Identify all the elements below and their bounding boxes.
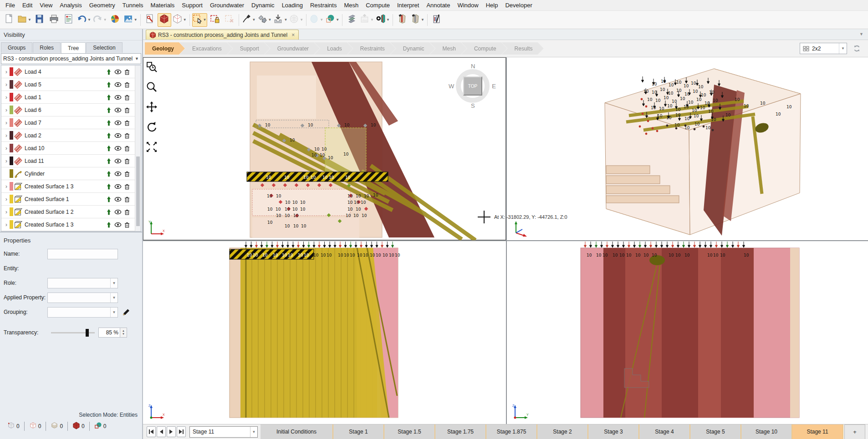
show-arrow-icon[interactable] (105, 132, 112, 139)
surface-tool-button[interactable]: ▼ (325, 13, 340, 27)
menu-view[interactable]: View (36, 0, 56, 10)
tree-scrollbar-thumb[interactable] (136, 156, 140, 226)
redo-button[interactable]: ▼ (92, 13, 107, 27)
stage-tab-stage-1-875[interactable]: Stage 1.875 (486, 424, 537, 439)
selection-lock-button[interactable] (208, 13, 222, 27)
expand-chevron-icon[interactable]: › (3, 106, 10, 113)
trash-icon[interactable] (123, 196, 131, 203)
expand-chevron-icon[interactable]: › (3, 221, 10, 228)
tree-row[interactable]: ›Created Surface 1 (1, 193, 141, 206)
material-layers-button[interactable] (345, 13, 358, 27)
compass-south[interactable]: S (471, 102, 475, 109)
tab-list-chevron-icon[interactable]: ▼ (859, 32, 863, 36)
tree-row[interactable]: ›Created Surface 1 2 (1, 206, 141, 218)
trash-icon[interactable] (123, 208, 131, 216)
menu-interpret[interactable]: Interpret (393, 0, 423, 10)
show-arrow-icon[interactable] (105, 106, 112, 114)
expand-tool[interactable] (146, 141, 158, 155)
chevron-down-icon[interactable]: ▼ (134, 18, 138, 22)
menu-analysis[interactable]: Analysis (56, 0, 85, 10)
eye-icon[interactable] (114, 106, 122, 114)
export-image-button[interactable]: ▼ (359, 13, 374, 27)
stage-tab-stage-4[interactable]: Stage 4 (639, 424, 690, 439)
workflow-tab-dynamic[interactable]: Dynamic (390, 42, 435, 55)
save-button[interactable] (33, 13, 46, 27)
chevron-down-icon[interactable]: ▼ (370, 18, 374, 22)
chevron-down-icon[interactable]: ▼ (284, 18, 287, 22)
eye-icon[interactable] (114, 170, 122, 177)
trash-icon[interactable] (123, 221, 131, 228)
first-stage-button[interactable] (147, 426, 156, 437)
chevron-down-icon[interactable]: ▼ (336, 18, 339, 22)
wireframe-view-button[interactable]: ▼ (172, 13, 187, 27)
tree-row[interactable]: ›Load 5 (1, 78, 141, 91)
workflow-tab-restraints[interactable]: Restraints (347, 42, 396, 55)
draw-tool-button[interactable]: ▼ (241, 13, 256, 27)
annotate-tool-button[interactable] (430, 13, 444, 27)
menu-file[interactable]: File (2, 0, 19, 10)
trash-icon[interactable] (123, 170, 131, 177)
screen-capture-button[interactable]: ▼ (123, 13, 138, 27)
tree-row[interactable]: ›Load 6 (1, 104, 141, 116)
trash-icon[interactable] (123, 183, 131, 190)
print-button[interactable] (47, 13, 61, 27)
chevron-down-icon[interactable]: ▼ (421, 18, 424, 22)
menu-geometry[interactable]: Geometry (86, 0, 119, 10)
stage-tab-stage-2[interactable]: Stage 2 (537, 424, 588, 439)
eye-icon[interactable] (114, 68, 122, 76)
compass-north[interactable]: N (471, 63, 475, 70)
trash-icon[interactable] (123, 106, 131, 114)
repair-geometry-button[interactable] (143, 13, 157, 27)
eye-icon[interactable] (114, 208, 122, 216)
trash-icon[interactable] (123, 81, 131, 88)
menu-materials[interactable]: Materials (147, 0, 179, 10)
next-stage-button[interactable] (167, 426, 176, 437)
tree-row[interactable]: ›Created Surface 1 3 (1, 180, 141, 193)
material-visibility-button[interactable]: ▼ (375, 13, 390, 27)
visibility-tab-groups[interactable]: Groups (1, 42, 32, 53)
chevron-down-icon[interactable]: ▼ (203, 18, 207, 22)
expand-chevron-icon[interactable]: › (3, 183, 10, 190)
rotate-tool[interactable] (146, 121, 158, 135)
chevron-down-icon[interactable]: ▼ (87, 18, 91, 22)
tree-row[interactable]: Cylinder (1, 167, 141, 180)
viewport-bottom-left[interactable]: 1010101010101010101010101010101010101010… (143, 241, 506, 424)
eye-icon[interactable] (114, 132, 122, 139)
menu-window[interactable]: Window (454, 0, 482, 10)
chevron-down-icon[interactable]: ▼ (300, 18, 303, 22)
workflow-tab-groundwater[interactable]: Groundwater (265, 42, 320, 55)
workflow-tab-mesh[interactable]: Mesh (430, 42, 467, 55)
transparency-slider-thumb[interactable] (86, 329, 89, 337)
expand-chevron-icon[interactable]: › (3, 132, 10, 139)
menu-loading[interactable]: Loading (278, 0, 306, 10)
trash-icon[interactable] (123, 132, 131, 139)
show-arrow-icon[interactable] (105, 183, 112, 190)
show-arrow-icon[interactable] (105, 68, 112, 76)
appliedproperty-field[interactable]: ▼ (47, 293, 118, 303)
expand-chevron-icon[interactable]: › (3, 157, 10, 164)
expand-chevron-icon[interactable]: › (3, 145, 10, 151)
tree-row[interactable]: ›Load 7 (1, 116, 141, 129)
stage-selector[interactable]: Stage 11 ▼ (189, 426, 258, 438)
expand-chevron-icon[interactable]: › (3, 94, 10, 101)
chevron-down-icon[interactable]: ▼ (320, 18, 323, 22)
trash-icon[interactable] (123, 68, 131, 76)
grouping-field[interactable]: ▼ (47, 307, 118, 318)
workflow-tab-compute[interactable]: Compute (461, 42, 507, 55)
show-arrow-icon[interactable] (105, 94, 112, 101)
chevron-down-icon[interactable]: ▼ (183, 18, 187, 22)
chart-button[interactable] (108, 13, 122, 27)
viewport-bottom-right[interactable]: 10101010101010101010101010101010 ZY (507, 241, 868, 424)
expand-chevron-icon[interactable]: › (3, 119, 10, 126)
visibility-tab-tree[interactable]: Tree (61, 42, 86, 53)
compass-top-button[interactable]: TOP (463, 76, 482, 96)
eye-icon[interactable] (114, 145, 122, 152)
eye-icon[interactable] (114, 119, 122, 126)
clear-selection-button[interactable] (223, 13, 236, 27)
report-generator-button[interactable] (62, 13, 76, 27)
mesh-tool-button[interactable]: ▼ (289, 13, 304, 27)
chevron-down-icon[interactable]: ▼ (252, 18, 256, 22)
eye-icon[interactable] (114, 183, 122, 190)
transparency-value[interactable]: 85 % (98, 328, 120, 338)
eye-icon[interactable] (114, 157, 122, 165)
